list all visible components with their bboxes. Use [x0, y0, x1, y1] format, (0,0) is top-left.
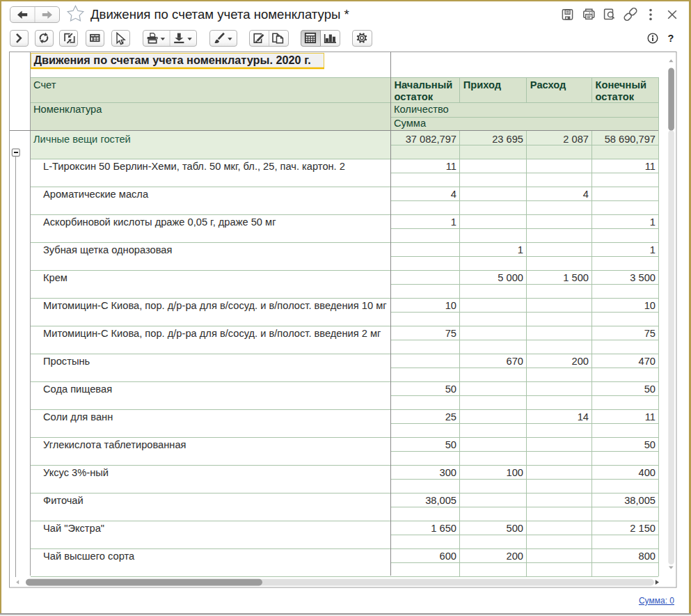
svg-text:75: 75 [445, 328, 456, 339]
svg-text:38,005: 38,005 [425, 495, 456, 506]
svg-text:2 087: 2 087 [563, 134, 589, 145]
svg-text:1 500: 1 500 [563, 272, 589, 283]
svg-text:Митомицин-С Киова, пор. д/р-ра: Митомицин-С Киова, пор. д/р-ра для в/сос… [43, 328, 381, 339]
svg-text:Углекислота таблетированная: Углекислота таблетированная [43, 439, 186, 450]
svg-text:37 082,797: 37 082,797 [406, 134, 456, 145]
svg-text:1 650: 1 650 [431, 523, 456, 534]
svg-text:Аскорбиновой кислоты драже 0,0: Аскорбиновой кислоты драже 0,05 г, драже… [43, 216, 276, 228]
svg-text:Приход: Приход [463, 79, 502, 90]
svg-text:11: 11 [645, 411, 656, 422]
svg-text:Начальный: Начальный [395, 79, 453, 90]
svg-text:?: ? [668, 33, 674, 44]
svg-text:800: 800 [639, 551, 656, 562]
svg-text:остаток: остаток [596, 91, 635, 102]
svg-text:Зубная щетка одноразовая: Зубная щетка одноразовая [43, 244, 172, 255]
svg-text:50: 50 [644, 439, 656, 450]
svg-text:Соли для ванн: Соли для ванн [43, 411, 113, 422]
svg-text:400: 400 [639, 467, 656, 478]
svg-text:Чай высшего сорта: Чай высшего сорта [43, 551, 135, 562]
svg-text:Ароматические масла: Ароматические масла [43, 189, 149, 200]
svg-text:Движения по счетам учета номен: Движения по счетам учета номенклатуры * [90, 7, 349, 22]
svg-text:Уксус 3%-ный: Уксус 3%-ный [43, 467, 109, 478]
svg-text:50: 50 [644, 384, 656, 395]
svg-text:50: 50 [445, 384, 456, 395]
svg-text:Чай "Экстра": Чай "Экстра" [43, 523, 104, 534]
svg-text:23 695: 23 695 [492, 134, 523, 145]
svg-text:3 500: 3 500 [630, 272, 656, 283]
svg-text:Счет: Счет [33, 79, 56, 90]
svg-text:10: 10 [644, 300, 656, 311]
svg-text:100: 100 [507, 467, 523, 478]
svg-text:1: 1 [650, 244, 656, 255]
svg-text:Номенклатура: Номенклатура [33, 104, 102, 115]
svg-text:Простынь: Простынь [43, 356, 90, 367]
svg-text:470: 470 [639, 356, 656, 367]
svg-text:2 150: 2 150 [630, 523, 656, 534]
svg-text:Митомицин-С Киова, пор. д/р-ра: Митомицин-С Киова, пор. д/р-ра для в/сос… [43, 300, 387, 311]
svg-text:Конечный: Конечный [596, 79, 646, 90]
svg-text:Сумма: 0: Сумма: 0 [639, 596, 674, 606]
svg-text:Сода пищевая: Сода пищевая [43, 384, 112, 395]
svg-text:670: 670 [507, 356, 523, 367]
svg-text:Фиточай: Фиточай [43, 495, 84, 506]
svg-text:58 690,797: 58 690,797 [605, 134, 656, 145]
svg-text:4: 4 [451, 189, 456, 200]
svg-text:25: 25 [445, 411, 456, 422]
svg-text:75: 75 [644, 328, 656, 339]
svg-text:14: 14 [578, 411, 589, 422]
svg-text:200: 200 [507, 551, 523, 562]
svg-text:1: 1 [518, 244, 523, 255]
svg-text:Личные вещи гостей: Личные вещи гостей [33, 134, 131, 145]
svg-text:11: 11 [446, 161, 456, 172]
svg-text:4: 4 [583, 189, 589, 200]
svg-text:300: 300 [440, 467, 456, 478]
svg-text:Количество: Количество [394, 104, 449, 115]
svg-text:11: 11 [645, 161, 656, 172]
svg-text:Расход: Расход [530, 79, 566, 90]
svg-text:1: 1 [451, 216, 456, 228]
svg-text:50: 50 [445, 439, 456, 450]
svg-text:10: 10 [445, 300, 456, 311]
svg-text:1: 1 [650, 216, 656, 228]
svg-text:остаток: остаток [395, 91, 434, 102]
svg-text:5 000: 5 000 [498, 272, 523, 283]
svg-text:500: 500 [507, 523, 523, 534]
svg-text:Сумма: Сумма [394, 118, 427, 129]
svg-text:200: 200 [572, 356, 589, 367]
svg-text:Движения по счетам учета номен: Движения по счетам учета номенклатуры. 2… [34, 54, 311, 66]
svg-text:Крем: Крем [43, 272, 67, 283]
svg-text:38,005: 38,005 [624, 495, 656, 506]
svg-text:600: 600 [440, 551, 456, 562]
svg-text:L-Тироксин 50 Берлин-Хеми, таб: L-Тироксин 50 Берлин-Хеми, табл. 50 мкг,… [43, 161, 345, 172]
